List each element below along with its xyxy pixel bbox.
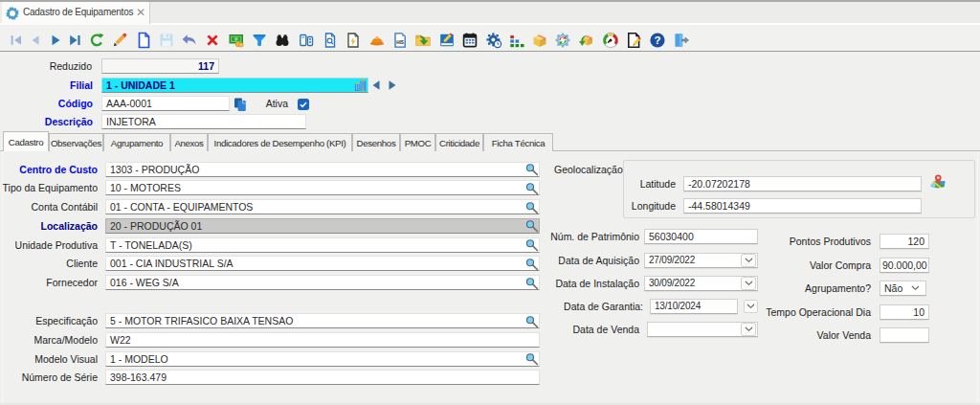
svg-text:HIS: HIS (396, 40, 404, 45)
svg-text:?: ? (654, 34, 660, 46)
